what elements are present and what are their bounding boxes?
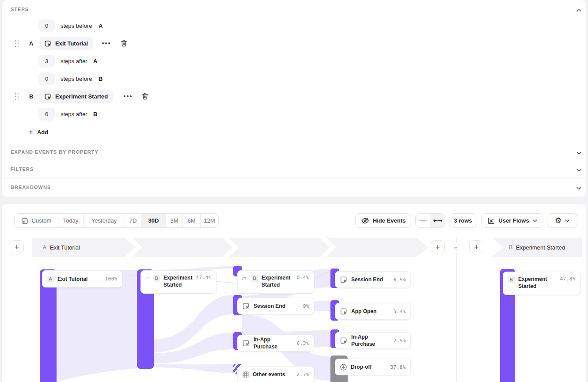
date-range-today[interactable]: Today — [58, 214, 83, 227]
steps-before-a-input[interactable]: 0 — [38, 19, 55, 32]
add-column-after-a-button[interactable]: + — [431, 240, 445, 254]
steps-before-b-input[interactable]: 0 — [38, 72, 55, 85]
date-range-6m[interactable]: 6M — [183, 214, 201, 227]
view-type-label: User Flows — [498, 217, 529, 224]
collapse-steps-button[interactable] — [574, 6, 583, 15]
steps-after-b-input[interactable]: 0 — [38, 108, 55, 121]
offset-label: steps after — [61, 111, 87, 117]
collapse-columns-button[interactable]: →← — [416, 214, 430, 227]
band-chevron-separator — [319, 238, 337, 257]
expand-columns-button[interactable]: ←→ — [430, 214, 445, 227]
step-badge: A — [47, 276, 54, 283]
node-percent: 5.4% — [394, 309, 406, 314]
date-range-custom[interactable]: Custom — [15, 214, 58, 227]
flow-node-in-app-purchase[interactable]: In-App Purchase 2.5% — [335, 332, 411, 349]
hide-events-label: Hide Events — [373, 217, 406, 224]
more-options-icon[interactable] — [102, 42, 110, 44]
flow-node-in-app-purchase[interactable]: In-App Purchase 6.3% — [237, 335, 314, 352]
divider — [2, 160, 586, 160]
chevron-down-icon — [577, 151, 581, 155]
arrows-inward-icon: →← — [418, 217, 427, 224]
drag-handle-icon[interactable] — [15, 40, 19, 47]
event-click-icon — [242, 302, 250, 310]
delete-step-icon[interactable] — [141, 92, 149, 100]
node-percent: 9% — [303, 303, 309, 309]
steps-after-a-input[interactable]: 3 — [38, 55, 55, 68]
date-range-yesterday[interactable]: Yesterday — [83, 214, 125, 227]
offset-ref-letter: B — [93, 111, 97, 117]
node-percent: 6.3% — [297, 340, 310, 346]
date-range-7d[interactable]: 7D — [125, 214, 141, 227]
view-type-dropdown[interactable]: User Flows — [481, 213, 543, 228]
flow-node-experiment-started-b[interactable]: B Experiment Started 47.8% — [503, 272, 580, 295]
hide-events-button[interactable]: Hide Events — [355, 213, 411, 228]
flow-node-drop-off[interactable]: Drop-off 37.8% — [335, 359, 411, 375]
event-click-icon — [44, 40, 52, 47]
divider — [2, 145, 586, 145]
date-range-label: Today — [63, 217, 79, 224]
node-label: Session End — [351, 276, 390, 283]
step-letter: A — [29, 40, 33, 47]
node-percent: 100% — [105, 276, 118, 282]
date-range-label: 30D — [148, 217, 159, 224]
steps-section-title: STEPS — [11, 7, 29, 12]
chevron-down-icon — [533, 219, 537, 222]
offset-ref-letter: A — [99, 23, 102, 29]
user-flows-report-card: Custom Today Yesterday 7D 30D 3M 6M 12M … — [2, 204, 586, 382]
chevron-down-icon — [565, 219, 569, 222]
step-a-header-band: A Exit Tutorial — [32, 238, 428, 257]
step-a-badge: A — [43, 244, 46, 250]
flow-node-other-events[interactable]: Other events 2.7% — [237, 366, 314, 382]
node-percent: 2.7% — [297, 372, 310, 378]
offset-label: steps before — [61, 76, 92, 82]
chevron-down-icon — [577, 169, 581, 172]
collapse-expand-control: →← ←→ — [415, 213, 445, 228]
offset-label: steps after — [61, 58, 87, 64]
more-options-icon[interactable] — [124, 95, 132, 97]
section-title: EXPAND EVENTS BY PROPERTY — [11, 149, 99, 155]
flow-node-session-end[interactable]: Session End 9% — [237, 298, 314, 314]
user-flows-chart-icon — [487, 217, 495, 224]
date-range-12m[interactable]: 12M — [201, 214, 218, 227]
node-percent: 2.5% — [394, 338, 406, 344]
skip-steps-icon — [145, 276, 149, 280]
flow-node-exit-tutorial[interactable]: A Exit Tutorial 100% — [42, 270, 122, 287]
node-label: Experiment Started — [163, 274, 192, 288]
rows-count-button[interactable]: 3 rows — [449, 213, 477, 228]
event-click-icon — [242, 339, 250, 347]
section-title: BREAKDOWNS — [11, 185, 51, 190]
delete-step-icon[interactable] — [120, 39, 128, 47]
date-range-label: 6M — [187, 217, 195, 224]
step-badge: B — [508, 276, 515, 283]
node-label: Experiment Started — [518, 276, 556, 290]
drop-off-icon — [340, 363, 347, 371]
date-range-30d-selected[interactable]: 30D — [141, 214, 166, 227]
date-range-3m[interactable]: 3M — [166, 214, 183, 227]
expand-section-button[interactable] — [574, 184, 583, 193]
node-label: In-App Purchase — [254, 336, 293, 350]
expand-section-button[interactable] — [574, 148, 583, 157]
chevron-up-icon — [577, 9, 581, 12]
offset-ref-letter: A — [93, 58, 97, 64]
expand-section-button[interactable] — [574, 166, 583, 174]
settings-dropdown[interactable]: ⚙ — [547, 213, 577, 228]
event-select-b[interactable]: Experiment Started — [39, 90, 113, 103]
flow-node-session-end[interactable]: Session End 6.5% — [335, 271, 411, 288]
event-click-icon — [340, 276, 348, 284]
offset-ref-letter: B — [99, 76, 102, 82]
flow-node-experiment-started[interactable]: B Experiment Started 0.4% — [237, 270, 314, 294]
add-column-before-b-button[interactable]: + — [469, 240, 483, 254]
node-label: App Open — [351, 308, 390, 315]
date-range-label: 3M — [170, 217, 178, 224]
step-b-header-band: B Experiment Started — [492, 238, 582, 257]
eye-off-icon — [361, 217, 369, 225]
section-title: FILTERS — [11, 166, 34, 172]
flow-node-app-open[interactable]: App Open 5.4% — [335, 303, 411, 320]
event-select-a[interactable]: Exit Tutorial — [39, 37, 93, 50]
node-label: Experiment Started — [262, 274, 293, 288]
drag-handle-icon[interactable] — [15, 93, 19, 100]
step-letter: B — [29, 93, 33, 100]
add-column-before-button[interactable]: + — [10, 240, 24, 254]
add-step-button[interactable]: + Add — [29, 128, 48, 136]
flow-node-experiment-started[interactable]: B Experiment Started 47.4% — [140, 270, 216, 294]
